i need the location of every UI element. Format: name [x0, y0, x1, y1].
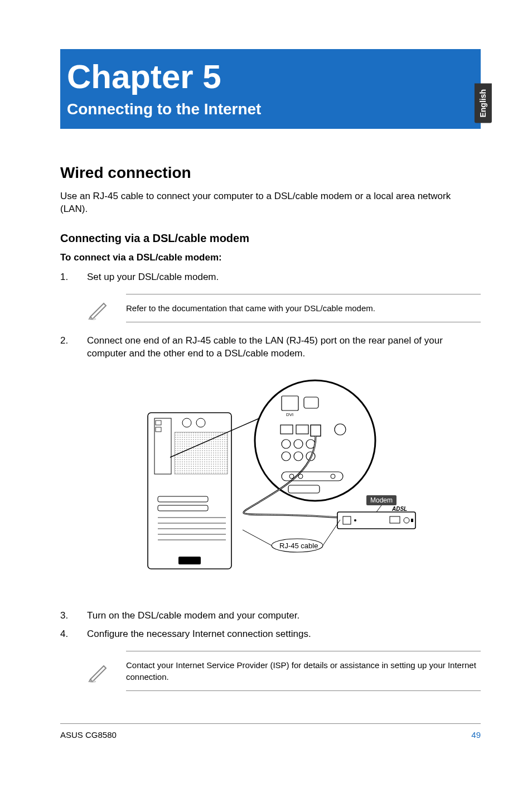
step-4: 4. Configure the necessary Internet conn… [60, 628, 481, 641]
chapter-banner: Chapter 5 Connecting to the Internet [60, 49, 481, 129]
chapter-title: Chapter 5 [67, 59, 471, 94]
connection-diagram: DVI ADSL Modem RJ-45 cable [60, 374, 481, 590]
page-number: 49 [471, 729, 481, 741]
chapter-subtitle: Connecting to the Internet [67, 99, 471, 120]
note-1-text: Refer to the documentation that came wit… [126, 294, 481, 322]
step-1-text: Set up your DSL/cable modem. [87, 271, 481, 284]
step-2: 2. Connect one end of an RJ-45 cable to … [60, 335, 481, 360]
step-3-text: Turn on the DSL/cable modem and your com… [87, 610, 481, 622]
svg-line-44 [376, 505, 381, 512]
svg-line-46 [243, 530, 272, 545]
pencil-note-icon [87, 297, 110, 320]
modem-label: Modem [370, 496, 393, 504]
subsection-lead: To connect via a DSL/cable modem: [60, 252, 481, 264]
note-1: Refer to the documentation that came wit… [87, 294, 481, 322]
page-footer: ASUS CG8580 49 [60, 723, 481, 741]
step-2-number: 2. [60, 335, 87, 360]
note-2-text: Contact your Internet Service Provider (… [126, 651, 481, 691]
section-heading: Wired connection [60, 162, 481, 183]
step-1: 1. Set up your DSL/cable modem. [60, 271, 481, 284]
footer-product: ASUS CG8580 [60, 729, 117, 741]
pencil-note-icon [87, 659, 110, 683]
step-3: 3. Turn on the DSL/cable modem and your … [60, 610, 481, 622]
step-3-number: 3. [60, 610, 87, 622]
subsection-heading: Connecting via a DSL/cable modem [60, 231, 481, 246]
svg-point-39 [354, 519, 356, 521]
step-1-number: 1. [60, 271, 87, 284]
svg-rect-42 [411, 519, 413, 522]
svg-rect-9 [175, 432, 228, 474]
note-2: Contact your Internet Service Provider (… [87, 651, 481, 691]
rj45-cable-label: RJ-45 cable [279, 542, 318, 550]
step-4-number: 4. [60, 628, 87, 641]
svg-rect-31 [311, 425, 321, 436]
step-4-text: Configure the necessary Internet connect… [87, 628, 481, 641]
svg-line-47 [323, 520, 340, 545]
modem-badge: ADSL [391, 506, 407, 512]
section-intro: Use an RJ-45 cable to connect your compu… [60, 190, 481, 216]
dvi-port-label: DVI [286, 412, 293, 417]
svg-rect-17 [178, 557, 201, 564]
language-tab: English [475, 84, 492, 123]
step-2-text: Connect one end of an RJ-45 cable to the… [87, 335, 481, 360]
